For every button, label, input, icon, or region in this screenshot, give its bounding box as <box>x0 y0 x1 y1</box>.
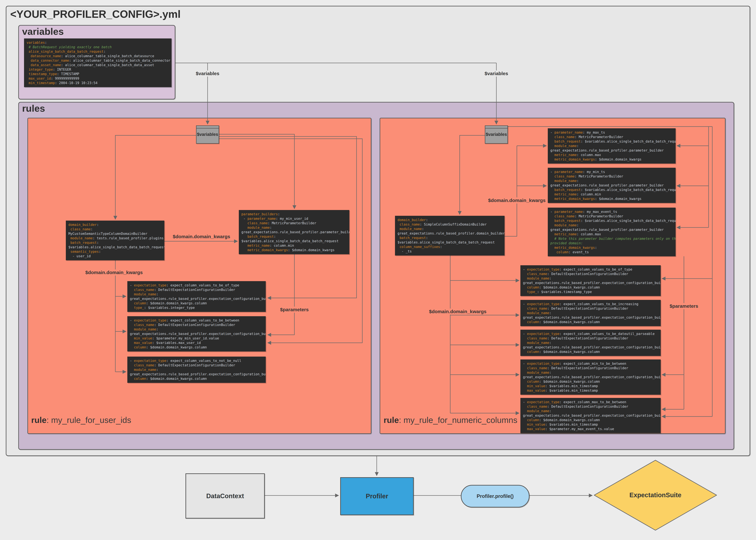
wire-label-parameters-left: $parameters <box>279 307 310 313</box>
variables-node-right: $variables <box>485 125 508 144</box>
right-expectation-min-between-block: - expectation_type: expect_column_min_to… <box>520 359 661 395</box>
left-expectation-between-block: - expectation_type: expect_column_values… <box>127 316 266 351</box>
page-title: <YOUR_PROFILER_CONFIG>.yml <box>10 8 181 20</box>
datacontext-node: DataContext <box>186 473 265 518</box>
wire-label-domain-kwargs-down-right: $domain.domain_kwargs <box>428 309 488 315</box>
profiler-config-diagram: { "title": "<YOUR_PROFILER_CONFIG>.yml",… <box>0 0 756 540</box>
profiler-node: Profiler <box>340 477 414 515</box>
rule-label-user-ids: rule: my_rule_for_user_ids <box>31 415 131 425</box>
profiler-label: Profiler <box>366 492 388 500</box>
variables-node-label: $variables <box>196 132 219 137</box>
right-expectation-increasing-block: - expectation_type: expect_column_values… <box>520 300 661 326</box>
wire-label-variables-left: $variables <box>194 70 221 76</box>
left-domain-builder-block: domain_builder: class_name:MyCustomSeman… <box>66 220 164 260</box>
expectation-suite-label: ExpectationSuite <box>629 491 682 499</box>
rules-heading: rules <box>22 103 45 114</box>
left-parameter-builders-block: parameter_builders: - parameter_name: my… <box>239 210 349 254</box>
wire-label-variables-right: $variables <box>483 70 510 76</box>
variables-node-bar <box>196 126 219 128</box>
rule-box-user-ids <box>27 118 371 434</box>
rule-label-key: rule <box>384 415 399 425</box>
rule-label-value: : my_rule_for_numeric_columns <box>399 415 517 425</box>
right-expectation-of-type-block: - expectation_type: expect_column_values… <box>520 265 661 296</box>
variables-code-block: variables: # BatchRequest yielding exact… <box>24 39 172 87</box>
wire-label-domain-kwargs-mid-left: $domain.domain_kwargs <box>172 233 231 240</box>
right-param-min-ts-block: - parameter_name: my_min_ts class_name: … <box>548 168 676 203</box>
profiler-profile-pill: Profiler.profile() <box>461 485 530 507</box>
variables-node-bar <box>485 126 507 128</box>
rule-label-key: rule <box>31 415 47 425</box>
left-expectation-of-type-block: - expectation_type: expect_column_values… <box>127 281 266 312</box>
wire-label-parameters-right: $parameters <box>668 303 699 309</box>
right-domain-builder-block: domain_builder: class_name: SimpleColumn… <box>395 216 505 255</box>
wire-label-domain-kwargs-up-right: $domain.domain_kwargs <box>487 198 547 203</box>
wire-label-domain-kwargs-down-left: $domain.domain_kwargs <box>84 269 144 276</box>
right-expectation-dateutil-block: - expectation_type: expect_column_values… <box>520 330 661 356</box>
right-param-max-event-ts-block: - parameter_name: my_max_event_ts class_… <box>548 207 676 256</box>
right-expectation-max-between-block: - expectation_type: expect_column_max_to… <box>520 398 661 433</box>
datacontext-label: DataContext <box>206 492 244 500</box>
rule-label-numeric-columns: rule: my_rule_for_numeric_columns <box>384 415 517 425</box>
variables-node-left: $variables <box>196 125 219 144</box>
profiler-profile-label: Profiler.profile() <box>477 493 514 499</box>
right-param-max-ts-block: - parameter_name: my_max_ts class_name: … <box>548 128 676 164</box>
variables-node-label: $variables <box>485 132 507 137</box>
variables-heading: variables <box>22 26 64 37</box>
left-expectation-not-null-block: - expectation_type: expect_column_values… <box>127 356 266 383</box>
rule-label-value: : my_rule_for_user_ids <box>47 415 131 425</box>
